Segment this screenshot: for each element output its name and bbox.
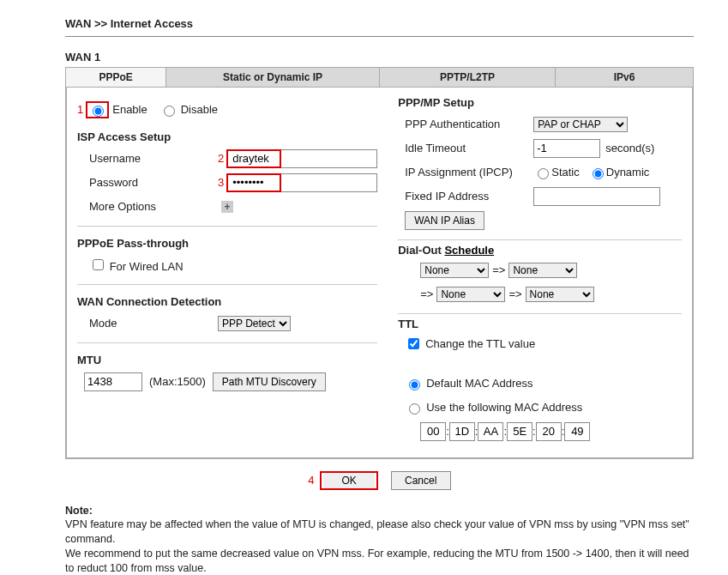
enable-radio[interactable] (93, 106, 104, 117)
schedule-2-select[interactable]: None (508, 263, 577, 278)
username-label: Username (77, 152, 218, 165)
idle-input[interactable] (533, 139, 600, 158)
tab-pppoe[interactable]: PPPoE (66, 67, 166, 87)
ok-button[interactable]: OK (323, 473, 375, 488)
path-mtu-button[interactable]: Path MTU Discovery (213, 372, 326, 391)
passthrough-title: PPPoE Pass-through (77, 237, 377, 250)
password-input[interactable] (230, 175, 278, 191)
mtu-input[interactable] (84, 372, 142, 391)
schedule-3-select[interactable]: None (436, 287, 505, 302)
ppp-auth-select[interactable]: PAP or CHAP (533, 117, 628, 132)
mac-4[interactable] (507, 422, 532, 441)
isp-setup-title: ISP Access Setup (77, 130, 377, 143)
annotation-4: 4 (308, 474, 314, 487)
wan-ip-alias-button[interactable]: WAN IP Alias (405, 211, 484, 230)
annotation-2: 2 (218, 152, 224, 165)
ttl-title: TTL (398, 318, 682, 330)
default-mac-label: Default MAC Address (426, 377, 532, 390)
change-ttl-label: Change the TTL value (425, 337, 535, 350)
idle-unit: second(s) (605, 142, 654, 154)
mtu-max-label: (Max:1500) (149, 375, 206, 388)
disable-label: Disable (181, 103, 218, 116)
mac-3[interactable] (478, 422, 503, 441)
mac-1[interactable] (420, 422, 446, 441)
custom-mac-label: Use the following MAC Address (426, 401, 582, 414)
for-wired-checkbox[interactable] (93, 259, 104, 270)
password-label: Password (77, 176, 218, 189)
fixed-ip-input[interactable] (533, 187, 660, 206)
mac-6[interactable] (564, 422, 590, 441)
schedule-link[interactable]: Schedule (444, 244, 494, 257)
schedule-1-select[interactable]: None (420, 263, 489, 278)
note-text-2: We recommend to put the same decreased v… (65, 547, 694, 575)
more-options-label: More Options (77, 200, 218, 213)
dial-schedule-title: Dial-Out Schedule (398, 244, 682, 257)
tab-static-dynamic[interactable]: Static or Dynamic IP (166, 67, 380, 87)
note-text-1: VPN feature may be affected when the val… (65, 518, 694, 547)
default-mac-radio[interactable] (409, 379, 420, 390)
custom-mac-radio[interactable] (409, 403, 420, 415)
mac-2[interactable] (449, 422, 475, 441)
wan-title: WAN 1 (65, 51, 694, 64)
tab-pptp-l2tp[interactable]: PPTP/L2TP (379, 67, 555, 87)
idle-label: Idle Timeout (398, 142, 533, 154)
mode-label: Mode (77, 317, 218, 330)
ppp-auth-label: PPP Authentication (398, 118, 533, 130)
disable-radio[interactable] (164, 106, 175, 117)
enable-label: Enable (112, 103, 147, 116)
pppmp-title: PPP/MP Setup (398, 96, 682, 109)
dynamic-radio[interactable] (593, 168, 604, 179)
username-input[interactable] (230, 151, 278, 166)
fixed-ip-label: Fixed IP Address (398, 190, 533, 203)
static-radio[interactable] (538, 168, 549, 179)
wcd-title: WAN Connection Detection (77, 295, 377, 308)
static-label: Static (551, 166, 580, 179)
schedule-4-select[interactable]: None (526, 287, 594, 302)
change-ttl-checkbox[interactable] (408, 338, 419, 349)
dynamic-label: Dynamic (606, 166, 650, 179)
cancel-button[interactable]: Cancel (391, 471, 451, 490)
tab-ipv6[interactable]: IPv6 (555, 67, 693, 87)
annotation-1: 1 (77, 103, 83, 116)
annotation-3: 3 (218, 176, 224, 189)
mac-5[interactable] (536, 422, 562, 441)
note-heading: Note: (65, 504, 694, 518)
mtu-title: MTU (77, 354, 377, 366)
mode-select[interactable]: PPP Detect (218, 316, 291, 331)
tab-bar: PPPoE Static or Dynamic IP PPTP/L2TP IPv… (65, 67, 694, 88)
expand-icon[interactable]: + (221, 201, 233, 213)
for-wired-label: For Wired LAN (110, 260, 184, 273)
ip-assign-label: IP Assignment (IPCP) (398, 166, 533, 179)
breadcrumb: WAN >> Internet Access (65, 17, 694, 30)
